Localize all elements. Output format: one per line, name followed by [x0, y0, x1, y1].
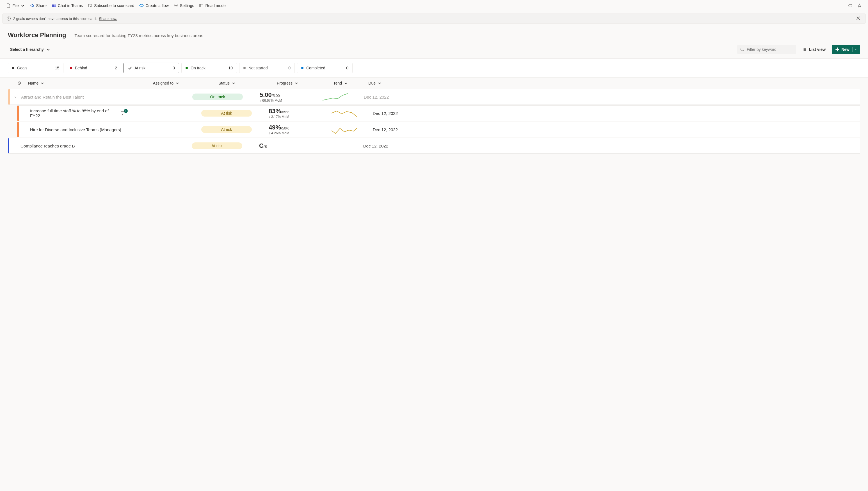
refresh-button[interactable]	[845, 2, 855, 9]
list-view-label: List view	[809, 47, 826, 52]
list-icon	[802, 47, 807, 52]
new-button[interactable]: New	[832, 45, 860, 54]
share-label: Share	[36, 3, 46, 8]
plus-icon	[835, 47, 840, 52]
readmode-button[interactable]: Read mode	[197, 2, 228, 9]
chevron-down-icon	[21, 3, 25, 8]
page-title: Workforce Planning	[8, 31, 66, 39]
svg-rect-0	[52, 4, 54, 7]
expand-all-button[interactable]	[17, 81, 28, 85]
refresh-icon	[848, 3, 852, 8]
gear-icon	[174, 3, 178, 8]
sparkline	[331, 125, 358, 134]
svg-point-14	[803, 49, 803, 50]
progress-delta: ↑66.67% MoM	[260, 98, 282, 103]
goal-name: Compliance reaches grade B	[21, 144, 75, 148]
col-trend[interactable]: Trend	[309, 81, 351, 85]
search-icon	[740, 47, 744, 52]
chevron-down-icon	[294, 81, 299, 85]
subscribe-button[interactable]: Subscribe to scorecard	[86, 2, 136, 9]
close-icon	[856, 16, 861, 21]
svg-point-1	[55, 4, 56, 5]
expand-toggle[interactable]	[10, 95, 21, 98]
progress-value: 83%	[269, 108, 281, 115]
summary-card-on-track[interactable]: On track10	[181, 63, 237, 73]
col-assigned[interactable]: Assigned to	[129, 81, 199, 85]
svg-point-13	[803, 48, 803, 49]
col-name[interactable]: Name	[28, 81, 129, 85]
share-now-link[interactable]: Share now.	[99, 17, 117, 21]
list-view-button[interactable]: List view	[800, 46, 828, 53]
summary-count: 3	[173, 66, 175, 70]
status-pill: At risk	[201, 110, 252, 117]
status-dot	[186, 67, 188, 69]
svg-point-5	[176, 5, 177, 6]
progress-value: C	[259, 142, 264, 149]
col-progress[interactable]: Progress	[253, 81, 309, 85]
file-menu[interactable]: File	[4, 2, 27, 9]
progress-target: /5.00	[272, 93, 280, 98]
share-icon	[30, 3, 34, 8]
toolbar: File Share Chat in Teams Subscribe to sc…	[0, 0, 868, 11]
favorite-button[interactable]	[855, 2, 864, 9]
comment-count: 1	[124, 109, 128, 113]
chat-label: Chat in Teams	[58, 3, 83, 8]
notification-text: 2 goals owners don't have access to this…	[13, 17, 97, 21]
search-box[interactable]	[737, 45, 796, 54]
chevron-down-icon	[175, 81, 180, 85]
progress-target: /85%	[281, 110, 289, 114]
progress-target: /B	[264, 144, 267, 149]
flow-label: Create a flow	[146, 3, 168, 8]
chevron-down-icon	[231, 81, 236, 85]
search-input[interactable]	[747, 47, 793, 52]
close-notification-button[interactable]	[855, 15, 862, 23]
hierarchy-select[interactable]: Select a hierarchy	[8, 46, 53, 53]
summary-count: 0	[288, 66, 290, 70]
summary-card-at-risk[interactable]: At risk3	[124, 63, 179, 73]
goal-row[interactable]: Attract and Retain the Best TalentOn tra…	[8, 89, 860, 105]
notification-bar: 2 goals owners don't have access to this…	[2, 13, 866, 24]
sparkline	[331, 109, 358, 118]
row-accent	[17, 122, 19, 137]
summary-card-behind[interactable]: Behind2	[66, 63, 121, 73]
page-subtitle: Team scorecard for tracking FY23 metrics…	[74, 33, 203, 38]
table-header: Name Assigned to Status Progress Trend D…	[0, 78, 868, 89]
comment-indicator[interactable]: 1	[120, 111, 125, 116]
summary-card-goals[interactable]: Goals15	[8, 63, 63, 73]
flow-icon	[139, 3, 144, 8]
goal-row[interactable]: Compliance reaches grade BAt riskC/BDec …	[8, 138, 860, 154]
share-button[interactable]: Share	[28, 2, 49, 9]
goal-row[interactable]: Increase full time staff % to 85% by end…	[17, 105, 860, 121]
summary-count: 10	[228, 66, 233, 70]
teams-icon	[52, 3, 56, 8]
summary-label: On track	[191, 66, 228, 70]
readmode-label: Read mode	[205, 3, 225, 8]
status-dot	[301, 67, 304, 69]
flow-button[interactable]: Create a flow	[137, 2, 171, 9]
col-due[interactable]: Due	[351, 81, 382, 85]
goal-name: Increase full time staff % to 85% by end…	[30, 109, 118, 118]
goal-row[interactable]: Hire for Diverse and Inclusive Teams (Ma…	[17, 122, 860, 137]
settings-button[interactable]: Settings	[172, 2, 196, 9]
file-icon	[6, 3, 11, 8]
svg-point-9	[8, 18, 9, 18]
info-icon	[6, 16, 11, 21]
summary-count: 15	[55, 66, 59, 70]
svg-line-12	[743, 50, 744, 51]
progress-delta: ↓3.17% MoM	[269, 115, 289, 119]
svg-rect-2	[54, 5, 56, 7]
settings-label: Settings	[180, 3, 194, 8]
goal-name: Attract and Retain the Best Talent	[21, 95, 84, 99]
progress-value: 5.00	[260, 91, 272, 98]
chevron-down-icon	[344, 81, 348, 85]
check-icon	[128, 66, 132, 70]
summary-card-completed[interactable]: Completed0	[297, 63, 352, 73]
col-status[interactable]: Status	[199, 81, 253, 85]
status-pill: At risk	[192, 142, 242, 149]
chat-button[interactable]: Chat in Teams	[50, 2, 85, 9]
summary-card-not-started[interactable]: Not started0	[239, 63, 295, 73]
summary-label: Not started	[248, 66, 288, 70]
summary-count: 0	[346, 66, 348, 70]
summary-label: Completed	[306, 66, 346, 70]
status-dot	[12, 67, 14, 69]
